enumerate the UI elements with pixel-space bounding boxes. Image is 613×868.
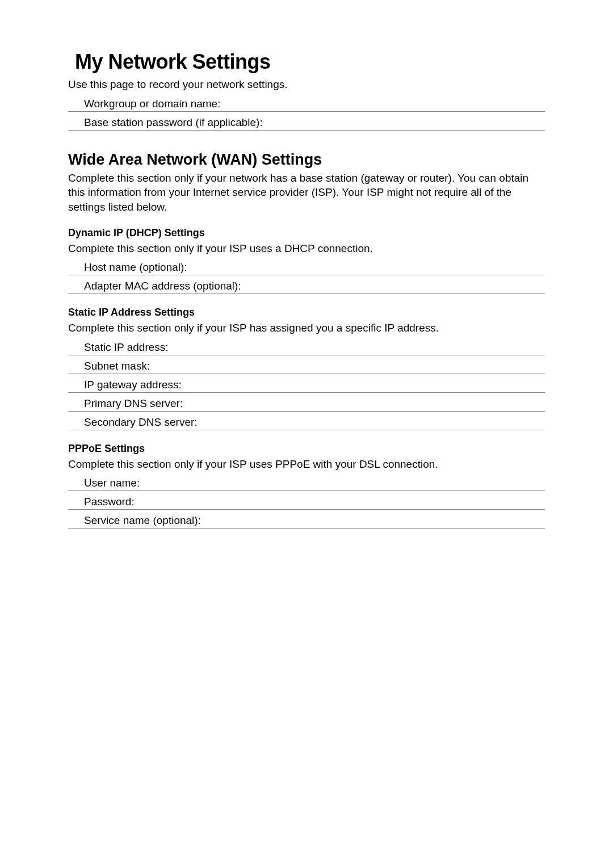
field-label: Host name (optional): [84,261,187,274]
dhcp-fields-group: Host name (optional): Adapter MAC addres… [68,261,545,294]
secondary-dns-input[interactable] [198,416,545,429]
pppoe-service-name-input[interactable] [201,514,545,527]
ip-gateway-input[interactable] [182,379,545,391]
staticip-subsection-title: Static IP Address Settings [68,307,545,318]
field-label: Primary DNS server: [84,397,183,410]
hostname-input[interactable] [187,261,545,274]
top-fields-group: Workgroup or domain name: Base station p… [68,98,545,131]
field-label: Password: [84,496,135,508]
field-label: Workgroup or domain name: [84,98,220,110]
field-label: IP gateway address: [84,379,182,391]
field-row-staticip: Static IP address: [68,341,545,355]
field-row-secondarydns: Secondary DNS server: [68,416,545,430]
field-row-workgroup: Workgroup or domain name: [68,98,545,112]
primary-dns-input[interactable] [183,397,545,410]
page-description: Use this page to record your network set… [68,77,545,92]
pppoe-username-input[interactable] [140,477,545,489]
field-row-servicename: Service name (optional): [68,514,545,529]
dhcp-description: Complete this section only if your ISP u… [68,241,545,256]
staticip-fields-group: Static IP address: Subnet mask: IP gatew… [68,341,545,430]
base-station-password-input[interactable] [263,116,545,129]
field-label: Base station password (if applicable): [84,116,263,129]
field-label: Subnet mask: [84,360,150,372]
pppoe-subsection-title: PPPoE Settings [68,443,545,455]
staticip-description: Complete this section only if your ISP h… [68,321,545,336]
field-row-hostname: Host name (optional): [68,261,545,275]
workgroup-input[interactable] [220,98,545,110]
wan-section-title: Wide Area Network (WAN) Settings [68,151,545,169]
pppoe-password-input[interactable] [135,496,545,508]
field-row-username: User name: [68,477,545,491]
field-row-mac: Adapter MAC address (optional): [68,280,545,294]
field-label: Service name (optional): [84,514,201,527]
field-row-primarydns: Primary DNS server: [68,397,545,412]
page-title: My Network Settings [68,50,545,74]
field-label: Adapter MAC address (optional): [84,280,241,292]
field-label: Static IP address: [84,341,169,354]
field-label: Secondary DNS server: [84,416,198,429]
field-label: User name: [84,477,140,489]
wan-description: Complete this section only if your netwo… [68,171,545,215]
static-ip-input[interactable] [169,341,545,354]
field-row-pppoe-password: Password: [68,496,545,510]
subnet-mask-input[interactable] [150,360,545,372]
field-row-subnet: Subnet mask: [68,360,545,374]
field-row-gateway: IP gateway address: [68,379,545,393]
field-row-password: Base station password (if applicable): [68,116,545,131]
mac-address-input[interactable] [241,280,545,292]
pppoe-fields-group: User name: Password: Service name (optio… [68,477,545,529]
pppoe-description: Complete this section only if your ISP u… [68,457,545,472]
dhcp-subsection-title: Dynamic IP (DHCP) Settings [68,227,545,239]
